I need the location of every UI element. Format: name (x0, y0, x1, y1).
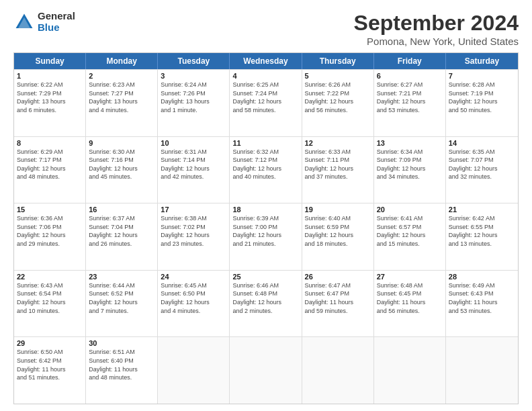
calendar-row-2: 8Sunrise: 6:29 AM Sunset: 7:17 PM Daylig… (14, 136, 518, 203)
day-number: 29 (17, 339, 83, 347)
calendar-cell: 10Sunrise: 6:31 AM Sunset: 7:14 PM Dayli… (158, 137, 230, 203)
cell-info: Sunrise: 6:31 AM Sunset: 7:14 PM Dayligh… (161, 148, 226, 181)
logo-blue: Blue (38, 22, 75, 34)
cell-info: Sunrise: 6:40 AM Sunset: 6:59 PM Dayligh… (305, 214, 371, 248)
header-thursday: Thursday (302, 53, 374, 69)
cell-info: Sunrise: 6:35 AM Sunset: 7:07 PM Dayligh… (449, 148, 515, 181)
cell-info: Sunrise: 6:22 AM Sunset: 7:29 PM Dayligh… (17, 81, 83, 114)
calendar-cell: 6Sunrise: 6:27 AM Sunset: 7:21 PM Daylig… (374, 70, 446, 136)
cell-info: Sunrise: 6:43 AM Sunset: 6:54 PM Dayligh… (17, 281, 83, 315)
calendar-cell: 15Sunrise: 6:36 AM Sunset: 7:06 PM Dayli… (14, 203, 86, 270)
cell-info: Sunrise: 6:27 AM Sunset: 7:21 PM Dayligh… (377, 81, 443, 114)
calendar-body: 1Sunrise: 6:22 AM Sunset: 7:29 PM Daylig… (14, 69, 518, 404)
calendar-cell (158, 337, 230, 404)
calendar-cell: 24Sunrise: 6:45 AM Sunset: 6:50 PM Dayli… (158, 271, 230, 337)
page: General Blue September 2024 Pomona, New … (0, 0, 532, 411)
calendar-cell: 8Sunrise: 6:29 AM Sunset: 7:17 PM Daylig… (14, 137, 86, 203)
cell-info: Sunrise: 6:38 AM Sunset: 7:02 PM Dayligh… (161, 214, 226, 248)
day-number: 10 (161, 139, 226, 147)
header-tuesday: Tuesday (158, 53, 230, 69)
day-number: 23 (89, 273, 154, 281)
day-number: 3 (161, 72, 226, 80)
cell-info: Sunrise: 6:30 AM Sunset: 7:16 PM Dayligh… (89, 148, 154, 181)
day-number: 19 (305, 205, 371, 214)
calendar-cell: 23Sunrise: 6:44 AM Sunset: 6:52 PM Dayli… (86, 271, 158, 337)
day-number: 4 (232, 72, 298, 80)
cell-info: Sunrise: 6:51 AM Sunset: 6:40 PM Dayligh… (89, 348, 154, 381)
day-number: 7 (449, 72, 515, 80)
calendar-cell: 12Sunrise: 6:33 AM Sunset: 7:11 PM Dayli… (302, 137, 374, 203)
calendar-cell: 21Sunrise: 6:42 AM Sunset: 6:55 PM Dayli… (446, 203, 518, 270)
cell-info: Sunrise: 6:32 AM Sunset: 7:12 PM Dayligh… (232, 148, 298, 181)
cell-info: Sunrise: 6:36 AM Sunset: 7:06 PM Dayligh… (17, 214, 83, 248)
day-number: 15 (17, 205, 83, 214)
calendar-cell (302, 337, 374, 404)
cell-info: Sunrise: 6:28 AM Sunset: 7:19 PM Dayligh… (449, 81, 515, 114)
calendar-header: Sunday Monday Tuesday Wednesday Thursday… (14, 53, 518, 69)
page-subtitle: Pomona, New York, United States (354, 36, 519, 47)
calendar-cell: 17Sunrise: 6:38 AM Sunset: 7:02 PM Dayli… (158, 203, 230, 270)
day-number: 6 (377, 72, 443, 80)
header-friday: Friday (374, 53, 446, 69)
calendar-row-5: 29Sunrise: 6:50 AM Sunset: 6:42 PM Dayli… (14, 336, 518, 404)
calendar-cell: 5Sunrise: 6:26 AM Sunset: 7:22 PM Daylig… (302, 70, 374, 136)
page-title: September 2024 (354, 11, 519, 36)
calendar-row-1: 1Sunrise: 6:22 AM Sunset: 7:29 PM Daylig… (14, 69, 518, 136)
calendar-row-4: 22Sunrise: 6:43 AM Sunset: 6:54 PM Dayli… (14, 270, 518, 337)
calendar-cell: 19Sunrise: 6:40 AM Sunset: 6:59 PM Dayli… (302, 203, 374, 270)
cell-info: Sunrise: 6:33 AM Sunset: 7:11 PM Dayligh… (305, 148, 371, 181)
day-number: 13 (377, 139, 443, 147)
day-number: 28 (449, 273, 515, 281)
cell-info: Sunrise: 6:41 AM Sunset: 6:57 PM Dayligh… (377, 214, 443, 248)
calendar-cell: 13Sunrise: 6:34 AM Sunset: 7:09 PM Dayli… (374, 137, 446, 203)
calendar-cell: 7Sunrise: 6:28 AM Sunset: 7:19 PM Daylig… (446, 70, 518, 136)
cell-info: Sunrise: 6:46 AM Sunset: 6:48 PM Dayligh… (232, 281, 298, 315)
day-number: 17 (161, 205, 226, 214)
cell-info: Sunrise: 6:34 AM Sunset: 7:09 PM Dayligh… (377, 148, 443, 181)
calendar-cell: 4Sunrise: 6:25 AM Sunset: 7:24 PM Daylig… (230, 70, 302, 136)
cell-info: Sunrise: 6:49 AM Sunset: 6:43 PM Dayligh… (449, 281, 515, 315)
cell-info: Sunrise: 6:48 AM Sunset: 6:45 PM Dayligh… (377, 281, 443, 315)
day-number: 26 (305, 273, 371, 281)
calendar-cell: 1Sunrise: 6:22 AM Sunset: 7:29 PM Daylig… (14, 70, 86, 136)
logo: General Blue (13, 11, 75, 33)
cell-info: Sunrise: 6:25 AM Sunset: 7:24 PM Dayligh… (232, 81, 298, 114)
day-number: 21 (449, 205, 515, 214)
day-number: 27 (377, 273, 443, 281)
cell-info: Sunrise: 6:24 AM Sunset: 7:26 PM Dayligh… (161, 81, 226, 114)
calendar-cell: 26Sunrise: 6:47 AM Sunset: 6:47 PM Dayli… (302, 271, 374, 337)
logo-text: General Blue (38, 11, 75, 33)
day-number: 9 (89, 139, 154, 147)
calendar-cell (374, 337, 446, 404)
calendar-cell: 28Sunrise: 6:49 AM Sunset: 6:43 PM Dayli… (446, 271, 518, 337)
calendar-cell: 30Sunrise: 6:51 AM Sunset: 6:40 PM Dayli… (86, 337, 158, 404)
cell-info: Sunrise: 6:44 AM Sunset: 6:52 PM Dayligh… (89, 281, 154, 315)
cell-info: Sunrise: 6:37 AM Sunset: 7:04 PM Dayligh… (89, 214, 154, 248)
calendar-cell: 29Sunrise: 6:50 AM Sunset: 6:42 PM Dayli… (14, 337, 86, 404)
header-saturday: Saturday (446, 53, 518, 69)
calendar: Sunday Monday Tuesday Wednesday Thursday… (13, 52, 519, 404)
day-number: 8 (17, 139, 83, 147)
calendar-cell: 11Sunrise: 6:32 AM Sunset: 7:12 PM Dayli… (230, 137, 302, 203)
calendar-cell: 14Sunrise: 6:35 AM Sunset: 7:07 PM Dayli… (446, 137, 518, 203)
day-number: 1 (17, 72, 83, 80)
calendar-cell: 9Sunrise: 6:30 AM Sunset: 7:16 PM Daylig… (86, 137, 158, 203)
day-number: 18 (232, 205, 298, 214)
cell-info: Sunrise: 6:23 AM Sunset: 7:27 PM Dayligh… (89, 81, 154, 114)
calendar-cell: 27Sunrise: 6:48 AM Sunset: 6:45 PM Dayli… (374, 271, 446, 337)
cell-info: Sunrise: 6:26 AM Sunset: 7:22 PM Dayligh… (305, 81, 371, 114)
day-number: 5 (305, 72, 371, 80)
header-wednesday: Wednesday (230, 53, 302, 69)
calendar-cell (446, 337, 518, 404)
cell-info: Sunrise: 6:50 AM Sunset: 6:42 PM Dayligh… (17, 348, 83, 381)
calendar-cell: 22Sunrise: 6:43 AM Sunset: 6:54 PM Dayli… (14, 271, 86, 337)
cell-info: Sunrise: 6:45 AM Sunset: 6:50 PM Dayligh… (161, 281, 226, 315)
calendar-cell: 20Sunrise: 6:41 AM Sunset: 6:57 PM Dayli… (374, 203, 446, 270)
day-number: 14 (449, 139, 515, 147)
logo-icon (13, 11, 35, 33)
header-sunday: Sunday (14, 53, 86, 69)
cell-info: Sunrise: 6:42 AM Sunset: 6:55 PM Dayligh… (449, 214, 515, 248)
header-monday: Monday (86, 53, 158, 69)
day-number: 16 (89, 205, 154, 214)
day-number: 25 (232, 273, 298, 281)
